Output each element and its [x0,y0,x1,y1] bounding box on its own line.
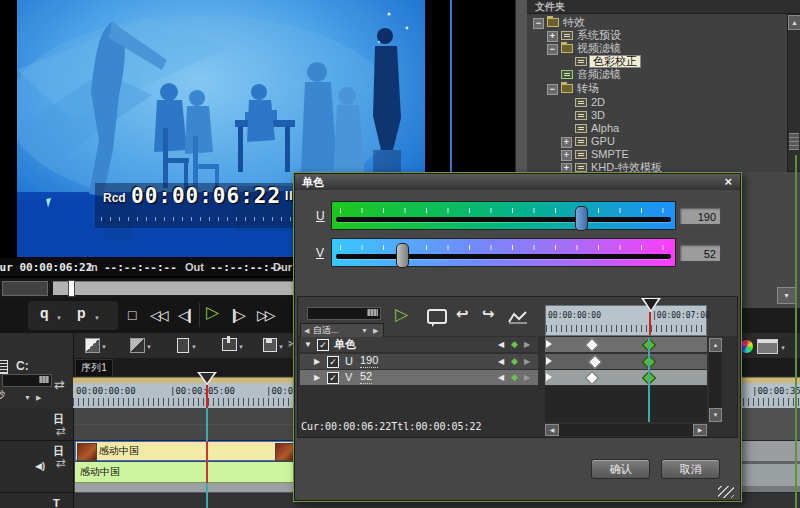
expand-icon[interactable]: + [561,150,572,161]
resize-grip[interactable] [718,486,734,498]
v-row-value[interactable]: 52 [360,370,372,384]
bin-scrollbar[interactable]: ▲ [787,14,800,172]
keyframe-diamond[interactable] [585,338,599,352]
expand-icon[interactable]: ▶ [314,354,320,369]
prev-keyframe-icon[interactable]: ◀ [498,337,504,352]
prev-keyframe-icon[interactable]: ◀ [498,370,504,385]
transition-tool-icon[interactable] [130,338,145,353]
dropdown-icon[interactable]: ▼ [191,344,197,350]
v-slider-handle[interactable] [396,243,409,268]
snap-icon[interactable]: C: [16,359,29,373]
add-keyframe-icon[interactable]: ◆ [511,370,518,385]
cancel-button[interactable]: 取消 [661,459,720,479]
bin-dropdown-icon[interactable]: ▼ [777,287,796,304]
audio-mixer-strip[interactable] [75,483,293,493]
curve-graph-icon[interactable] [508,310,528,324]
speaker-icon[interactable]: ◀) [35,461,45,471]
expand-icon[interactable]: ▶ [314,370,320,385]
scroll-down-icon[interactable]: ▼ [709,408,722,422]
play-button[interactable]: ▷ [395,304,408,325]
ripple-sync-icon[interactable]: ⇄ [54,377,65,392]
kf-row-monochrome[interactable]: ▼ ✓ 单色 ◀ ◆ ▶ [300,337,538,352]
tree-item-2d[interactable]: 2D [527,96,785,109]
keyframe-diamond[interactable] [585,371,599,385]
kf-lane-monochrome[interactable] [545,337,707,352]
keyframe-ruler[interactable]: 00:00:00:00 |00:00:07:00 [545,305,707,336]
rewind-button[interactable]: ◁◁ [150,305,166,325]
new-sequence-icon[interactable] [177,338,189,353]
dropdown-icon[interactable]: ▼ [146,344,152,350]
stop-button[interactable]: □ [128,305,136,325]
position-playhead[interactable] [68,280,75,297]
set-out-button[interactable]: p [77,303,86,323]
set-out-dropdown-icon[interactable]: ▼ [94,315,100,321]
shuttle-box[interactable] [2,281,48,296]
tree-item-effects[interactable]: − 特效 [527,16,785,29]
dropdown-icon[interactable]: ▼ [101,344,107,350]
u-slider[interactable] [331,201,676,230]
undo-icon[interactable]: ↩ [456,305,469,323]
sync-lock-icon[interactable]: ⇄ [56,424,66,438]
selected-tree-item[interactable]: 色彩校正 [589,55,641,68]
dropdown-icon[interactable]: ▼ [361,324,368,337]
add-keyframe-icon[interactable]: ◆ [511,354,518,369]
prev-frame-button[interactable]: ◁| [178,305,191,325]
collapse-icon[interactable]: − [533,18,544,29]
timeline-zoom-slider[interactable] [2,374,52,387]
export-icon[interactable] [222,338,237,351]
tree-item-alpha[interactable]: Alpha [527,122,785,135]
enable-checkbox[interactable]: ✓ [327,372,339,384]
dropdown-icon[interactable]: ▼ [238,344,244,350]
enable-checkbox[interactable]: ✓ [317,339,329,351]
dialog-titlebar[interactable]: 单色 × [295,174,740,190]
keyframe-hscrollbar[interactable]: ◀ ▶ [545,424,707,436]
scroll-right-icon[interactable]: ▶ [693,424,707,436]
enable-checkbox[interactable]: ✓ [327,356,339,368]
next-keyframe-icon[interactable]: ▶ [524,337,530,352]
collapse-icon[interactable]: ▼ [304,337,312,352]
kf-row-v[interactable]: ▶ ✓ V 52 ◀ ◆ ▶ [300,370,538,385]
keyframe-zoom-slider[interactable] [307,307,381,320]
u-slider-handle[interactable] [575,206,588,231]
u-value-field[interactable]: 190 [679,207,721,225]
kf-lane-v[interactable] [545,370,707,385]
set-in-button[interactable]: q [40,303,49,323]
keyframe-vscrollbar[interactable]: ▲ ▼ [709,338,722,422]
next-frame-button[interactable]: |▷ [232,305,245,325]
play-button[interactable]: ▷ [206,303,219,323]
scrollbar-thumb[interactable] [789,133,799,150]
dropdown-icon[interactable]: ▼ [278,344,284,350]
scroll-up-icon[interactable]: ▲ [788,15,800,30]
kf-row-u[interactable]: ▶ ✓ U 190 ◀ ◆ ▶ [300,354,538,369]
tree-item-video-filters[interactable]: − 视频滤镜 [527,42,785,55]
tree-item-color-correction[interactable]: 色彩校正 [527,55,785,68]
tree-item-system-presets[interactable]: + 系统预设 [527,29,785,42]
close-icon[interactable]: × [724,174,732,190]
grid-icon[interactable] [0,360,8,374]
preset-dropdown[interactable]: ◀ 自适... ▼ ▶ [300,323,384,338]
spin-right-icon[interactable]: ▶ [373,324,378,337]
time-units-dropdown[interactable]: 秒 ▼ ▶ [0,388,55,402]
confirm-button[interactable]: 确认 [591,459,650,479]
v-value-field[interactable]: 52 [679,244,721,262]
tree-item-gpu[interactable]: + GPU [527,135,785,148]
add-keyframe-icon[interactable]: ◆ [511,337,518,352]
save-icon[interactable] [263,338,277,352]
spin-left-icon[interactable]: ◀ [304,324,309,337]
v-slider[interactable] [331,238,676,267]
comment-icon[interactable] [427,309,447,324]
tree-item-smpte[interactable]: + SMPTE [527,148,785,161]
tree-item-audio-filters[interactable]: 音频滤镜 [527,68,785,81]
set-in-dropdown-icon[interactable]: ▼ [56,315,62,321]
u-row-value[interactable]: 190 [360,354,378,368]
fade-tool-icon[interactable] [85,338,100,353]
scroll-up-icon[interactable]: ▲ [709,338,722,352]
ffwd-button[interactable]: ▷▷ [257,305,273,325]
tree-item-transitions[interactable]: − 转场 [527,82,785,95]
next-keyframe-icon[interactable]: ▶ [524,354,530,369]
dropdown-icon[interactable]: ▼ [24,391,31,402]
collapse-icon[interactable]: − [547,44,558,55]
spin-right-icon[interactable]: ▶ [36,391,41,402]
keyframe-diamond[interactable] [588,355,602,369]
sequence-tab[interactable]: 序列1 [75,359,113,376]
